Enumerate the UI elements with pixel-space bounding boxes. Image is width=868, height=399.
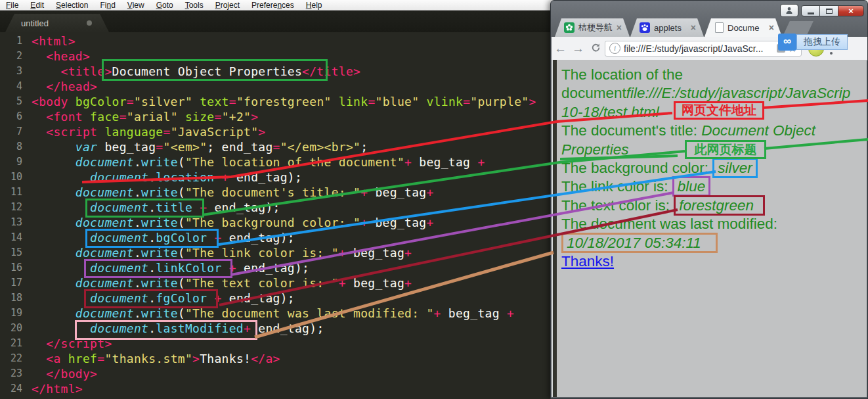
page-text: The link color is:: [561, 178, 672, 195]
maximize-icon: [826, 9, 833, 14]
page-text-line-6: The background color: silver: [561, 159, 867, 177]
page-text: The document's title:: [561, 122, 701, 139]
line-number: 17: [0, 275, 22, 291]
minimize-button[interactable]: [801, 5, 820, 16]
line-number: 7: [0, 124, 22, 139]
page-text-line-9: The document was last modified:: [561, 215, 867, 233]
page-text-line-4: The document's title: Document Object: [561, 122, 867, 140]
page-text: The location of the: [561, 66, 683, 83]
page-text: 10/18/2017 05:34:11: [561, 233, 718, 253]
page-text-line-11: Thanks!: [561, 252, 867, 271]
page-text-line-1: The location of the: [561, 66, 867, 84]
address-bar[interactable]: i file:///E:/study/javascript/JavaScr...…: [605, 41, 802, 57]
editor-tab-untitled[interactable]: untitled: [5, 14, 109, 32]
reload-button[interactable]: [587, 41, 605, 56]
menu-item-find[interactable]: Find: [94, 1, 121, 10]
forward-button[interactable]: →: [569, 41, 587, 56]
menu-item-preferences[interactable]: Preferences: [246, 1, 300, 10]
page-text: The document was last modified:: [561, 216, 781, 232]
annotation-label-page-title: 此网页标题: [685, 140, 766, 159]
page-text: Properties: [561, 141, 629, 158]
desktop: FileEditSelectionFindViewGotoToolsProjec…: [0, 0, 868, 399]
line-number: 15: [0, 245, 22, 260]
page-text: blue: [672, 176, 711, 197]
line-number: 4: [0, 79, 22, 94]
page-text: file:///E:/study/javascript/JavaScrip: [626, 85, 850, 101]
browser-window: × 桔梗导航 × applets × Docume: [550, 0, 868, 399]
line-number: 21: [0, 336, 22, 351]
menu-item-goto[interactable]: Goto: [150, 1, 179, 10]
menu-item-project[interactable]: Project: [209, 1, 246, 10]
line-number: 14: [0, 230, 22, 245]
page-text-line-2: documentfile:///E:/study/javascript/Java…: [561, 84, 867, 103]
line-number: 16: [0, 260, 22, 275]
tab-close-icon[interactable]: ×: [691, 22, 696, 33]
page-text: Document Object: [701, 122, 815, 139]
url-text: file:///E:/study/javascript/JavaScr...: [624, 43, 774, 54]
editor-tab-title: untitled: [5, 18, 87, 28]
page-text: document: [561, 85, 626, 101]
page-text: silver: [712, 158, 758, 178]
minimize-icon: [808, 12, 814, 14]
page-text: forestgreen: [674, 195, 765, 216]
line-number: 11: [0, 185, 22, 200]
flower-icon: [564, 22, 575, 33]
tab-title: applets: [654, 23, 688, 33]
back-button[interactable]: ←: [552, 41, 569, 56]
thanks-link[interactable]: Thanks!: [561, 253, 614, 270]
close-button[interactable]: ×: [838, 5, 864, 16]
page-text: 10-18/test.html: [561, 104, 659, 120]
annotation-label-file-address: 网页文件地址: [674, 101, 764, 120]
line-number: 22: [0, 351, 22, 366]
user-icon: [785, 6, 794, 15]
menu-item-tools[interactable]: Tools: [179, 1, 209, 10]
close-icon: ×: [848, 6, 854, 16]
page-text-line-10: 10/18/2017 05:34:11: [561, 234, 867, 252]
profile-button[interactable]: [780, 4, 798, 17]
line-number: 5: [0, 94, 22, 109]
page-icon: [715, 22, 724, 33]
line-number: 2: [0, 49, 22, 64]
page-text: The background color:: [561, 160, 712, 176]
info-icon[interactable]: i: [609, 43, 620, 54]
line-number: 23: [0, 366, 22, 381]
browser-tab-2[interactable]: applets ×: [630, 18, 704, 37]
modified-indicator-icon: [87, 20, 92, 26]
tab-title: Docume: [727, 23, 766, 33]
line-number: 9: [0, 154, 22, 170]
tab-close-icon[interactable]: ×: [769, 22, 774, 33]
line-number: 13: [0, 215, 22, 230]
line-number: 8: [0, 139, 22, 154]
paw-icon: [640, 22, 650, 33]
page-text-line-7: The link color is: blue: [561, 177, 867, 196]
reload-icon: [591, 43, 601, 53]
page-text-line-8: The text color is: forestgreen: [561, 197, 867, 215]
line-number: 6: [0, 109, 22, 124]
line-number: 3: [0, 64, 22, 79]
browser-tab-1[interactable]: 桔梗导航 ×: [555, 18, 630, 37]
page-text: The text color is:: [561, 197, 674, 214]
line-number: 10: [0, 170, 22, 185]
line-number: 18: [0, 291, 22, 306]
menu-item-edit[interactable]: Edit: [24, 1, 50, 10]
menu-item-selection[interactable]: Selection: [50, 1, 94, 10]
menu-item-view[interactable]: View: [121, 1, 150, 10]
tab-title: 桔梗导航: [578, 22, 614, 34]
line-number: 19: [0, 306, 22, 321]
line-number: 20: [0, 321, 22, 336]
menu-item-help[interactable]: Help: [300, 1, 328, 10]
new-tab-button[interactable]: [783, 21, 814, 35]
maximize-button[interactable]: [819, 5, 838, 16]
tab-close-icon[interactable]: ×: [617, 22, 622, 33]
upload-tooltip: ∞ 拖拽上传: [778, 34, 848, 49]
browser-tab-active[interactable]: Docume ×: [705, 18, 782, 37]
upload-tooltip-label: 拖拽上传: [796, 34, 848, 50]
menu-item-file[interactable]: File: [0, 1, 24, 10]
line-number: 12: [0, 200, 22, 215]
baidu-cloud-icon: ∞: [778, 34, 796, 51]
line-number: 24: [0, 381, 22, 396]
line-number: 1: [0, 34, 22, 49]
